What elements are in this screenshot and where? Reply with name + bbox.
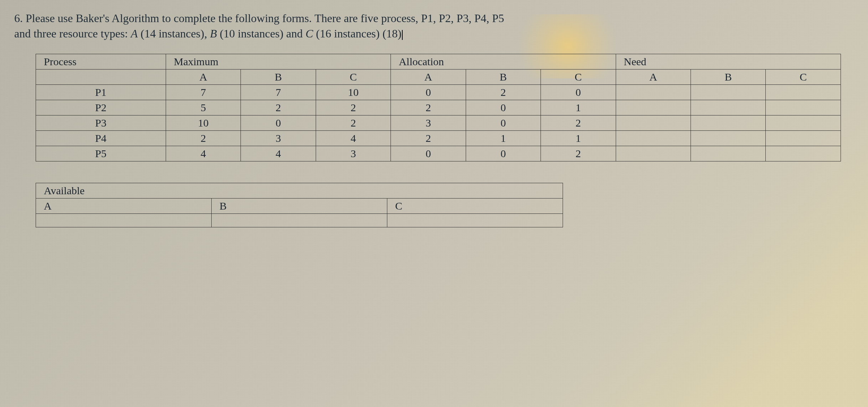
cell: 4 xyxy=(166,146,241,161)
need-cell xyxy=(766,146,841,161)
table-row: P4 2 3 4 2 1 1 xyxy=(36,131,841,146)
cell: 3 xyxy=(316,146,391,161)
cell: 5 xyxy=(166,100,241,115)
need-cell xyxy=(616,115,691,131)
cell: 2 xyxy=(466,85,541,100)
need-cell xyxy=(766,115,841,131)
proc-cell: P5 xyxy=(36,146,166,161)
resource-b-count: (10 instances) and xyxy=(220,27,306,40)
resource-c-count: (16 instances) xyxy=(316,27,383,40)
table-header-row-2: A B C A B C A B C xyxy=(36,69,841,85)
proc-cell: P3 xyxy=(36,115,166,131)
table-row: P5 4 4 3 0 0 2 xyxy=(36,146,841,161)
alloc-b-header: B xyxy=(466,69,541,85)
cell: 0 xyxy=(466,115,541,131)
cell: 0 xyxy=(541,85,616,100)
need-cell xyxy=(691,100,765,115)
question-number: 6. xyxy=(14,12,23,25)
need-c-header: C xyxy=(766,69,841,85)
available-header-row: Available xyxy=(36,183,563,199)
question-text: 6. Please use Baker's Algorithm to compl… xyxy=(14,11,854,41)
main-table: Process Maximum Allocation Need A B C A … xyxy=(36,54,841,161)
header-maximum: Maximum xyxy=(166,54,391,69)
text-cursor xyxy=(402,30,403,40)
cell: 0 xyxy=(466,100,541,115)
header-need: Need xyxy=(616,54,841,69)
cell: 1 xyxy=(541,100,616,115)
cell: 0 xyxy=(241,115,316,131)
need-b-header: B xyxy=(691,69,765,85)
need-a-header: A xyxy=(616,69,691,85)
need-cell xyxy=(616,85,691,100)
available-value-row xyxy=(36,214,563,227)
need-cell xyxy=(691,85,765,100)
question-part2-prefix: and three resource types: xyxy=(14,27,131,40)
resource-b-label: B xyxy=(210,27,217,40)
header-process: Process xyxy=(36,54,166,69)
cell: 10 xyxy=(166,115,241,131)
cell: 2 xyxy=(241,100,316,115)
available-subheader-row: A B C xyxy=(36,199,563,214)
cell: 10 xyxy=(316,85,391,100)
question-part1: Please use Baker's Algorithm to complete… xyxy=(26,12,504,25)
cell: 4 xyxy=(316,131,391,146)
avail-b-header: B xyxy=(212,199,387,214)
resource-c-label: C xyxy=(305,27,313,40)
available-table: Available A B C xyxy=(36,183,563,227)
avail-a-cell xyxy=(36,214,212,227)
alloc-c-header: C xyxy=(541,69,616,85)
proc-cell: P1 xyxy=(36,85,166,100)
cell: 3 xyxy=(241,131,316,146)
max-c-header: C xyxy=(316,69,391,85)
max-a-header: A xyxy=(166,69,241,85)
cell: 1 xyxy=(466,131,541,146)
avail-c-header: C xyxy=(387,199,563,214)
cell: 2 xyxy=(541,146,616,161)
need-cell xyxy=(766,100,841,115)
cell: 4 xyxy=(241,146,316,161)
need-cell xyxy=(766,85,841,100)
cell: 2 xyxy=(391,100,466,115)
cell: 7 xyxy=(166,85,241,100)
avail-c-cell xyxy=(387,214,563,227)
need-cell xyxy=(616,146,691,161)
cell: 2 xyxy=(166,131,241,146)
need-cell xyxy=(691,131,765,146)
header-blank xyxy=(36,69,166,85)
resource-a-label: A xyxy=(131,27,138,40)
cell: 7 xyxy=(241,85,316,100)
need-cell xyxy=(616,131,691,146)
table-row: P3 10 0 2 3 0 2 xyxy=(36,115,841,131)
avail-b-cell xyxy=(212,214,387,227)
proc-cell: P4 xyxy=(36,131,166,146)
cell: 0 xyxy=(391,146,466,161)
header-allocation: Allocation xyxy=(391,54,616,69)
cell: 3 xyxy=(391,115,466,131)
cell: 0 xyxy=(466,146,541,161)
need-cell xyxy=(691,146,765,161)
cell: 2 xyxy=(316,100,391,115)
max-b-header: B xyxy=(241,69,316,85)
cell: 2 xyxy=(316,115,391,131)
cell: 2 xyxy=(541,115,616,131)
question-points: (18) xyxy=(382,27,401,40)
cell: 2 xyxy=(391,131,466,146)
need-cell xyxy=(616,100,691,115)
cell: 1 xyxy=(541,131,616,146)
header-available: Available xyxy=(36,183,563,199)
table-row: P2 5 2 2 2 0 1 xyxy=(36,100,841,115)
avail-a-header: A xyxy=(36,199,212,214)
cell: 0 xyxy=(391,85,466,100)
need-cell xyxy=(766,131,841,146)
table-header-row-1: Process Maximum Allocation Need xyxy=(36,54,841,69)
resource-a-count: (14 instances), xyxy=(141,27,210,40)
alloc-a-header: A xyxy=(391,69,466,85)
table-row: P1 7 7 10 0 2 0 xyxy=(36,85,841,100)
proc-cell: P2 xyxy=(36,100,166,115)
need-cell xyxy=(691,115,765,131)
